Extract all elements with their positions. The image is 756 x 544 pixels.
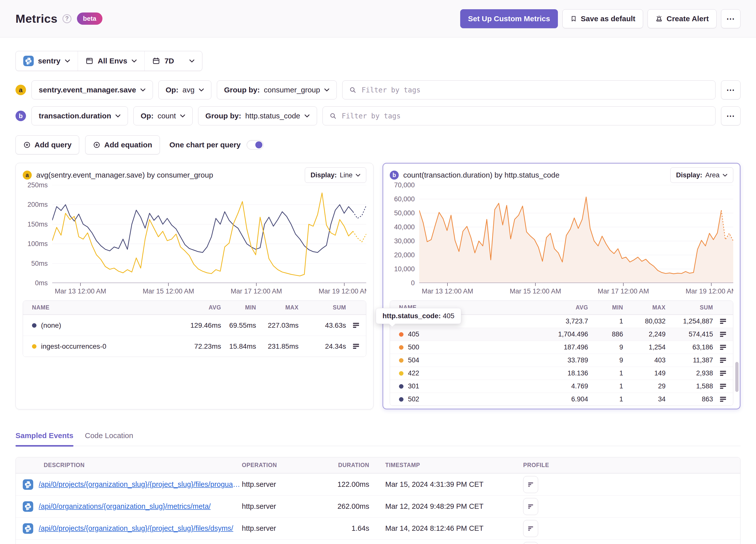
chart-panel-a[interactable]: a avg(sentry.event_manager.save) by cons…	[15, 163, 374, 409]
query-a-more-button[interactable]: ⋯	[721, 80, 741, 99]
query-row-b: b transaction.duration Op: count Group b…	[15, 106, 741, 125]
sampled-events-table: DESCRIPTION OPERATION DURATION TIMESTAMP…	[15, 457, 741, 544]
profile-button[interactable]	[523, 520, 538, 537]
x-tick	[80, 283, 81, 286]
series-color-dot	[399, 345, 403, 350]
setup-custom-metrics-button[interactable]: Set Up Custom Metrics	[460, 9, 558, 28]
tag-filter-input-a[interactable]	[361, 86, 709, 94]
summary-row[interactable]: ingest-occurrences-072.23ms15.84ms231.85…	[23, 336, 366, 357]
summary-row[interactable]: 42218.13611492,938	[390, 367, 733, 380]
row-options-icon[interactable]	[713, 396, 733, 402]
groupby-selector-b[interactable]: Group by: http.status_code	[198, 106, 317, 125]
y-tick-label: 0ms	[35, 279, 48, 287]
row-options-icon[interactable]	[713, 344, 733, 350]
add-equation-button[interactable]: Add equation	[85, 135, 160, 154]
x-tick	[344, 283, 345, 286]
ellipsis-icon: ⋯	[726, 112, 735, 120]
op-selector-a[interactable]: Op: avg	[158, 80, 211, 99]
x-tick-label: Mar 19 12:00 AM	[686, 287, 733, 295]
summary-row[interactable]: (none)129.46ms69.55ms227.03ms43.63s	[23, 315, 366, 336]
op-selector-b[interactable]: Op: count	[133, 106, 193, 125]
x-tick	[256, 283, 257, 286]
event-description-link[interactable]: /api/0/projects/{organization_slug}/{pro…	[39, 480, 242, 489]
add-query-button[interactable]: Add query	[15, 135, 79, 154]
row-options-icon[interactable]	[346, 322, 366, 328]
series-color-dot	[399, 371, 403, 376]
chart-panel-b-header: b count(transaction.duration) by http.st…	[390, 168, 733, 182]
profile-button[interactable]	[523, 476, 538, 493]
series-color-dot	[399, 397, 403, 402]
event-timestamp: Mar 14, 2024 8:12:46 PM CET	[374, 524, 514, 533]
y-tick-label: 60,000	[394, 195, 415, 203]
event-description-link[interactable]: /api/0/organizations/{organization_slug}…	[39, 502, 211, 511]
summary-row[interactable]: 500187.49691,25463,186	[390, 341, 733, 354]
groupby-selector-a[interactable]: Group by: consumer_group	[217, 80, 337, 99]
event-operation: http.server	[242, 524, 312, 533]
query-b-more-button[interactable]: ⋯	[721, 106, 741, 125]
y-tick-label: 250ms	[27, 181, 48, 189]
y-tick-label: 150ms	[27, 220, 48, 228]
toggle-knob	[255, 141, 262, 148]
page-header: Metrics ? beta Set Up Custom Metrics Sav…	[0, 0, 756, 37]
tag-filter-a	[342, 80, 716, 99]
y-tick-label: 50,000	[394, 209, 415, 217]
row-options-icon[interactable]	[713, 318, 733, 324]
row-options-icon[interactable]	[713, 357, 733, 363]
series-color-dot	[399, 332, 403, 337]
metric-selector-a[interactable]: sentry.event_manager.save	[31, 80, 153, 99]
x-tick-label: Mar 13 12:00 AM	[422, 287, 473, 295]
row-options-icon[interactable]	[713, 331, 733, 337]
query-row-a: a sentry.event_manager.save Op: avg Grou…	[15, 80, 741, 99]
environment-icon	[85, 57, 93, 65]
save-as-default-button[interactable]: Save as default	[562, 9, 643, 28]
row-options-icon[interactable]	[346, 343, 366, 349]
summary-row[interactable]: 5026.904134863	[390, 393, 733, 406]
x-tick	[623, 283, 624, 286]
y-tick-label: 100ms	[27, 240, 48, 248]
area-chart-plot[interactable]	[419, 185, 733, 283]
chevron-down-icon	[115, 114, 121, 118]
tag-filter-input-b[interactable]	[341, 112, 709, 120]
search-icon	[349, 86, 357, 94]
help-icon[interactable]: ?	[62, 14, 71, 23]
date-range-selector[interactable]: 7D	[144, 51, 202, 71]
y-tick-label: 70,000	[394, 181, 415, 189]
plus-circle-icon	[93, 141, 100, 149]
tab-sampled-events[interactable]: Sampled Events	[15, 431, 73, 446]
x-tick	[711, 283, 712, 286]
display-type-selector[interactable]: Display: Line	[305, 167, 366, 183]
display-type-selector[interactable]: Display: Area	[670, 167, 733, 183]
chart-panel-b[interactable]: b count(transaction.duration) by http.st…	[382, 163, 741, 409]
series-color-dot	[32, 323, 36, 328]
row-options-icon[interactable]	[713, 370, 733, 376]
series-color-dot	[399, 384, 403, 389]
summary-row[interactable]: 3014.7691291,588	[390, 380, 733, 393]
summary-row[interactable]: 4051,704.4968862,249574,415	[390, 328, 733, 341]
profile-button[interactable]	[523, 498, 538, 515]
row-options-icon[interactable]	[713, 383, 733, 389]
summary-table-scrollbar[interactable]	[735, 362, 739, 392]
python-platform-icon	[23, 501, 33, 512]
metric-selector-b[interactable]: transaction.duration	[31, 106, 128, 125]
header-more-button[interactable]: ⋯	[721, 9, 741, 28]
event-description-link[interactable]: /api/0/projects/{organization_slug}/{pro…	[39, 524, 233, 533]
summary-row[interactable]: 50433.789940311,387	[390, 354, 733, 367]
project-selector[interactable]: sentry	[16, 51, 78, 71]
one-chart-per-query-toggle[interactable]	[247, 140, 264, 150]
x-tick	[447, 283, 448, 286]
x-axis-labels: Mar 13 12:00 AMMar 15 12:00 AMMar 17 12:…	[419, 283, 733, 296]
y-tick-label: 10,000	[394, 265, 415, 273]
x-tick-label: Mar 15 12:00 AM	[510, 287, 561, 295]
line-chart-plot[interactable]	[52, 185, 366, 283]
header-actions: Set Up Custom Metrics Save as default Cr…	[460, 9, 741, 28]
environment-selector[interactable]: All Envs	[78, 51, 144, 71]
query-badge-a: a	[23, 171, 32, 180]
create-alert-button[interactable]: Create Alert	[648, 9, 717, 28]
tab-code-location[interactable]: Code Location	[85, 431, 133, 446]
python-project-icon	[23, 56, 34, 66]
profile-button[interactable]	[523, 542, 538, 544]
y-tick-label: 30,000	[394, 237, 415, 245]
chevron-down-icon	[65, 59, 70, 63]
area-chart: 010,00020,00030,00040,00050,00060,00070,…	[390, 185, 733, 283]
calendar-icon	[152, 57, 160, 65]
